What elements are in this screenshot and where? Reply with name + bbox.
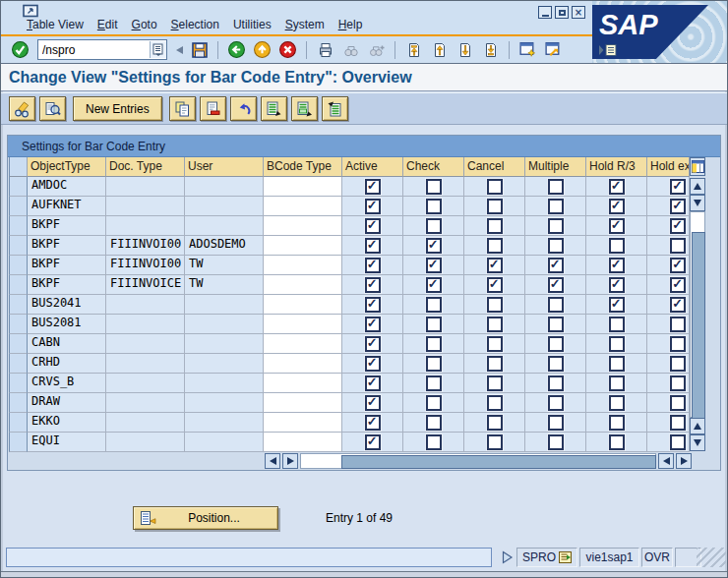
checkbox-cancel[interactable] [487, 179, 503, 195]
checkbox-active[interactable] [365, 218, 381, 234]
row-select-cell[interactable] [9, 236, 28, 256]
checkbox-active[interactable] [365, 356, 381, 372]
checkbox-hold-r3[interactable] [609, 297, 625, 313]
row-select-cell[interactable] [9, 413, 28, 433]
column-header-user[interactable]: User [185, 157, 264, 177]
find-next-button[interactable] [365, 38, 388, 61]
status-transaction-cell[interactable]: SPRO [516, 548, 577, 567]
resize-grip[interactable] [697, 548, 726, 567]
checkbox-hold-ex[interactable] [670, 238, 686, 254]
hscroll-left-button-2[interactable] [658, 453, 674, 469]
checkbox-active[interactable] [365, 238, 381, 254]
checkbox-hold-r3[interactable] [609, 376, 625, 391]
checkbox-hold-r3[interactable] [609, 336, 625, 352]
checkbox-hold-ex[interactable] [670, 434, 686, 450]
vscroll-page-up-button[interactable] [690, 418, 705, 434]
checkbox-hold-r3[interactable] [609, 199, 625, 214]
position-button[interactable]: Position... [133, 506, 278, 530]
checkbox-multiple[interactable] [548, 238, 564, 254]
menu-item-system[interactable]: System [285, 18, 325, 33]
checkbox-active[interactable] [365, 434, 381, 450]
checkbox-active[interactable] [365, 179, 381, 195]
checkbox-check[interactable] [426, 395, 442, 411]
checkbox-check[interactable] [426, 336, 442, 352]
menu-item-goto[interactable]: Goto [132, 18, 157, 33]
checkbox-multiple[interactable] [548, 317, 564, 332]
checkbox-multiple[interactable] [548, 277, 564, 293]
save-button[interactable] [188, 38, 211, 61]
hscroll-right-button[interactable] [282, 453, 298, 469]
column-header-multiple[interactable]: Multiple [525, 157, 586, 177]
column-header-check[interactable]: Check [403, 157, 464, 177]
column-header-hold-ext[interactable]: Hold ext [647, 157, 690, 177]
undo-button[interactable] [230, 96, 257, 121]
find-button[interactable] [339, 38, 362, 61]
row-select-cell[interactable] [9, 393, 28, 413]
command-input[interactable] [38, 43, 150, 57]
hscroll-right-button-2[interactable] [676, 453, 692, 469]
vscroll-page-down-button[interactable] [690, 434, 705, 451]
cell-bcode-type[interactable] [264, 433, 342, 452]
checkbox-check[interactable] [426, 297, 442, 313]
cell-bcode-type[interactable] [264, 374, 342, 393]
row-select-cell[interactable] [9, 354, 28, 374]
checkbox-check[interactable] [426, 199, 442, 214]
checkbox-cancel[interactable] [487, 199, 503, 214]
cancel-button[interactable] [276, 38, 299, 61]
column-header-objecttype[interactable]: ObjectType [28, 157, 106, 177]
checkbox-multiple[interactable] [548, 258, 564, 273]
column-header-hold-r-3[interactable]: Hold R/3 [586, 157, 647, 177]
row-select-cell[interactable] [9, 256, 28, 275]
close-button[interactable]: × [572, 6, 585, 19]
cell-bcode-type[interactable] [264, 413, 342, 433]
cell-bcode-type[interactable] [264, 197, 342, 216]
checkbox-multiple[interactable] [548, 336, 564, 352]
checkbox-cancel[interactable] [487, 258, 503, 273]
checkbox-check[interactable] [426, 415, 442, 431]
row-select-cell[interactable] [9, 374, 28, 393]
checkbox-hold-r3[interactable] [609, 356, 625, 372]
new-entries-button[interactable]: New Entries [73, 96, 162, 121]
menu-item-selection[interactable]: Selection [171, 18, 219, 33]
checkbox-cancel[interactable] [487, 297, 503, 313]
new-session-button[interactable] [516, 38, 539, 61]
hscroll-left-button[interactable] [265, 453, 280, 469]
select-all-button[interactable] [261, 96, 287, 121]
checkbox-multiple[interactable] [548, 415, 564, 431]
checkbox-multiple[interactable] [548, 199, 564, 214]
column-header-selection[interactable] [9, 157, 28, 177]
checkbox-cancel[interactable] [487, 434, 503, 450]
status-insert-mode[interactable]: OVR [641, 548, 673, 567]
checkbox-cancel[interactable] [487, 356, 503, 372]
checkbox-active[interactable] [365, 336, 381, 352]
maximize-button[interactable] [555, 6, 569, 19]
checkbox-hold-r3[interactable] [609, 218, 625, 234]
checkbox-cancel[interactable] [487, 376, 503, 391]
checkbox-hold-ex[interactable] [670, 415, 686, 431]
row-select-cell[interactable] [9, 177, 28, 197]
row-select-cell[interactable] [9, 197, 28, 216]
checkbox-hold-ex[interactable] [670, 199, 686, 214]
window-menu-icon[interactable] [23, 4, 39, 18]
checkbox-active[interactable] [365, 317, 381, 332]
deselect-all-button[interactable] [322, 96, 348, 121]
checkbox-hold-r3[interactable] [609, 238, 625, 254]
checkbox-check[interactable] [426, 179, 442, 195]
checkbox-hold-ex[interactable] [670, 376, 686, 391]
checkbox-hold-ex[interactable] [670, 179, 686, 195]
create-shortcut-button[interactable] [542, 38, 565, 61]
checkbox-check[interactable] [426, 356, 442, 372]
table-config-button[interactable] [690, 157, 705, 176]
checkbox-cancel[interactable] [487, 395, 503, 411]
checkbox-active[interactable] [365, 415, 381, 431]
hscroll-track[interactable] [300, 453, 656, 469]
vscroll-thumb[interactable] [692, 232, 705, 419]
menu-item-table-view[interactable]: Table View [27, 18, 84, 33]
checkbox-multiple[interactable] [548, 297, 564, 313]
checkbox-check[interactable] [426, 317, 442, 332]
status-expand-button[interactable] [502, 550, 514, 564]
checkbox-hold-ex[interactable] [670, 297, 686, 313]
vscroll-track[interactable] [690, 211, 705, 418]
checkbox-cancel[interactable] [487, 336, 503, 352]
checkbox-cancel[interactable] [487, 238, 503, 254]
